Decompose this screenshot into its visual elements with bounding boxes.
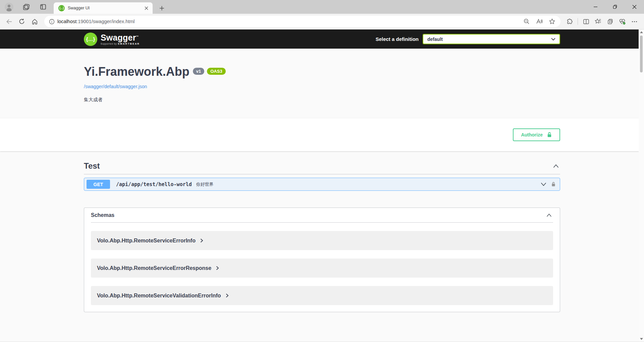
api-title: Yi.Framework.Abp [84,65,190,78]
swagger-favicon: {…} [58,5,65,11]
profile-avatar[interactable] [5,3,13,11]
swagger-page: {…} Swagger™ Supported by SMARTBEAR Sele… [0,30,644,342]
favorites-hub-icon[interactable] [593,16,603,26]
swagger-topbar: {…} Swagger™ Supported by SMARTBEAR Sele… [0,30,644,49]
tab-close-icon[interactable] [143,5,149,11]
favorite-star-icon[interactable] [547,16,557,26]
tab-title: Swagger UI [68,6,140,10]
collections-icon[interactable] [605,16,615,26]
swagger-logo-subtitle: Supported by SMARTBEAR [101,42,140,45]
version-badge: v1 [193,68,204,75]
browser-essentials-icon[interactable] [617,16,627,26]
expand-chevron-down-icon[interactable] [541,182,546,186]
model-name: Volo.Abp.Http.RemoteServiceErrorInfo [97,238,196,244]
operation-summary: 你好世界 [196,181,214,187]
operation-get-hello-world[interactable]: GET /api/app/test/hello-world 你好世界 [84,178,560,191]
chevron-right-icon [200,238,203,243]
window-restore-button[interactable] [605,0,625,14]
scrollbar-thumb[interactable] [640,36,643,72]
operation-path: /api/app/test/hello-world [116,181,192,187]
refresh-icon[interactable] [16,16,28,27]
schemas-collapse-chevron-up-icon[interactable] [545,212,553,218]
browser-tab-swagger-ui[interactable]: {…} Swagger UI [54,2,153,14]
model-row[interactable]: Volo.Abp.Http.RemoteServiceErrorInfo [91,231,553,250]
read-aloud-icon[interactable] [534,16,544,26]
toolbar-divider [578,18,578,25]
select-definition-label: Select a definition [376,36,419,42]
settings-more-icon[interactable] [629,16,639,26]
browser-toolbar: localhost:19001/swagger/index.html [0,14,644,30]
http-method-badge: GET [87,180,110,189]
person-icon [5,3,13,11]
api-description: 集大成者 [84,97,560,103]
definition-select-value: default [427,37,551,42]
url-text[interactable]: localhost:19001/swagger/index.html [57,19,519,24]
chevron-right-icon [216,266,219,270]
spec-json-link[interactable]: /swagger/default/swagger.json [84,84,147,89]
split-screen-icon[interactable] [581,16,591,26]
window-close-button[interactable] [625,0,644,14]
auth-wrapper: Authorize [0,118,644,151]
operation-lock-icon[interactable] [551,181,556,187]
swagger-logo-title: Swagger™ [101,33,140,42]
swagger-logo: {…} Swagger™ Supported by SMARTBEAR [84,33,140,46]
chevron-down-icon [551,38,555,41]
schemas-section: Schemas Volo.Abp.Http.RemoteServiceError… [84,208,560,312]
oas3-badge: OAS3 [207,68,225,75]
unlock-icon [547,132,552,138]
schemas-title: Schemas [91,212,114,218]
address-bar[interactable]: localhost:19001/swagger/index.html [44,16,560,27]
model-name: Volo.Abp.Http.RemoteServiceValidationErr… [97,293,221,299]
workspaces-icon[interactable] [22,3,30,11]
model-row[interactable]: Volo.Abp.Http.RemoteServiceValidationErr… [91,286,553,305]
new-tab-button[interactable] [157,3,166,13]
api-info-section: Yi.Framework.Abp v1 OAS3 /swagger/defaul… [0,49,644,118]
window-minimize-button[interactable] [586,0,605,14]
collapse-chevron-up-icon[interactable] [552,163,560,169]
zoom-out-icon[interactable] [522,16,532,26]
extensions-icon[interactable] [565,16,575,26]
site-info-icon[interactable] [49,19,55,24]
tab-actions-icon[interactable] [39,3,47,11]
browser-tabstrip: {…} Swagger UI [0,0,644,14]
scroll-down-icon[interactable] [639,336,644,342]
back-icon[interactable] [3,16,15,27]
swagger-logo-icon: {…} [84,33,97,46]
scroll-up-icon[interactable] [639,30,644,35]
chevron-right-icon [226,293,229,298]
definition-select[interactable]: default [423,34,560,44]
home-icon[interactable] [29,16,40,27]
tag-divider [84,174,560,174]
model-row[interactable]: Volo.Abp.Http.RemoteServiceErrorResponse [91,259,553,278]
page-scrollbar[interactable] [639,30,644,342]
tag-section-header[interactable]: Test [84,161,560,171]
model-name: Volo.Abp.Http.RemoteServiceErrorResponse [97,265,211,271]
authorize-button[interactable]: Authorize [513,128,560,141]
schemas-header[interactable]: Schemas [91,208,553,223]
tag-title: Test [84,161,100,171]
